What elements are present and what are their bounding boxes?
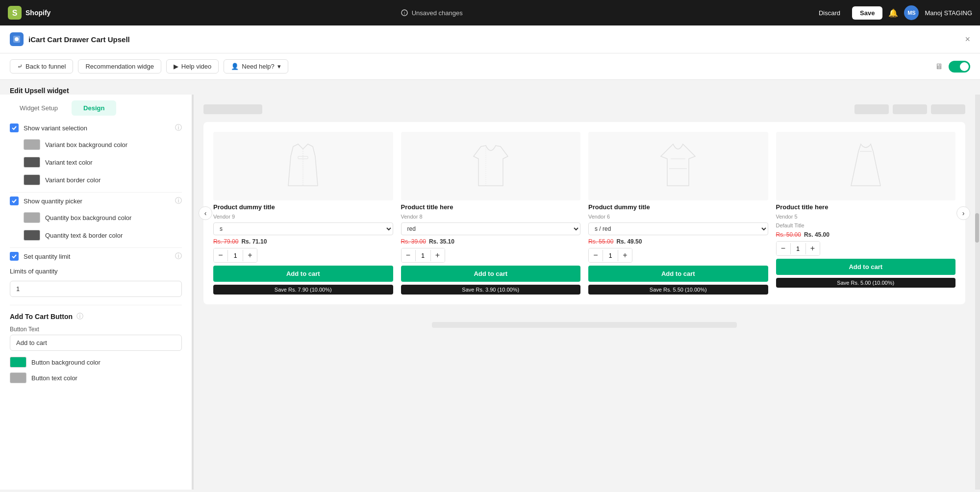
preview-pill-2 bbox=[893, 104, 927, 114]
product-image bbox=[213, 132, 393, 200]
brand-name: shopify bbox=[25, 9, 50, 17]
btn-bg-color-swatch[interactable] bbox=[10, 357, 26, 368]
variant-border-color-swatch[interactable] bbox=[24, 174, 40, 185]
qty-decrease-button[interactable]: − bbox=[214, 248, 227, 262]
product-title: Product dummy title bbox=[588, 203, 768, 211]
modal-header-left: iCart Cart Drawer Cart Upsell bbox=[10, 32, 130, 46]
show-variant-info-icon[interactable]: ⓘ bbox=[175, 123, 182, 132]
qty-decrease-button[interactable]: − bbox=[402, 248, 415, 262]
variant-box-bg-label: Variant box background color bbox=[45, 141, 182, 148]
preview-pill-3 bbox=[931, 104, 965, 114]
qty-box-bg-swatch[interactable] bbox=[24, 212, 40, 223]
qty-increase-button[interactable]: + bbox=[431, 248, 445, 262]
add-to-cart-button[interactable]: Add to cart bbox=[213, 266, 393, 282]
qty-text-border-swatch[interactable] bbox=[24, 230, 40, 241]
preview-scroll-indicator bbox=[432, 322, 737, 328]
limits-input[interactable] bbox=[10, 281, 182, 297]
add-to-cart-button[interactable]: Add to cart bbox=[588, 266, 768, 282]
right-panel: ‹ › Product dummy title Vendor 9 s Rs. 7… bbox=[194, 95, 975, 490]
product-price: Rs. 50.00 Rs. 45.00 bbox=[776, 231, 956, 238]
modal-title: iCart Cart Drawer Cart Upsell bbox=[28, 35, 130, 44]
price-original: Rs. 39.00 bbox=[401, 238, 426, 245]
btn-text-color-swatch[interactable] bbox=[10, 372, 26, 383]
tab-widget-setup[interactable]: Widget Setup bbox=[8, 100, 70, 116]
qty-increase-button[interactable]: + bbox=[806, 242, 820, 255]
preview-header-right bbox=[854, 104, 965, 114]
svg-text:S: S bbox=[12, 9, 18, 17]
product-title: Product title here bbox=[776, 203, 956, 211]
tab-design[interactable]: Design bbox=[72, 100, 116, 116]
atc-info-icon[interactable]: ⓘ bbox=[76, 312, 83, 321]
modal-close-button[interactable]: × bbox=[965, 34, 970, 45]
recommendation-widget-button[interactable]: Recommendation widge bbox=[78, 59, 161, 74]
show-qty-info-icon[interactable]: ⓘ bbox=[175, 197, 182, 205]
carousel-left-button[interactable]: ‹ bbox=[199, 206, 212, 220]
scrollbar-track bbox=[975, 95, 980, 490]
set-qty-limit-info-icon[interactable]: ⓘ bbox=[175, 252, 182, 261]
qty-value: 1 bbox=[227, 250, 243, 261]
product-card: Product dummy title Vendor 6 s / red Rs.… bbox=[588, 132, 768, 295]
button-text-input[interactable] bbox=[10, 335, 182, 351]
chevron-down-icon: ▾ bbox=[277, 63, 281, 70]
product-title: Product title here bbox=[401, 203, 581, 211]
unsaved-label: Unsaved changes bbox=[412, 9, 463, 17]
qty-increase-button[interactable]: + bbox=[243, 248, 257, 262]
qty-value: 1 bbox=[415, 250, 431, 261]
show-variant-label: Show variant selection bbox=[24, 124, 170, 132]
save-badge: Save Rs. 5.00 (10.00%) bbox=[776, 278, 956, 288]
back-to-funnel-button[interactable]: ⤶ Back to funnel bbox=[10, 59, 73, 74]
qty-value: 1 bbox=[790, 243, 806, 254]
need-help-button[interactable]: 👤 Need help? ▾ bbox=[224, 59, 288, 74]
toolbar: ⤶ Back to funnel Recommendation widge ▶ … bbox=[0, 53, 980, 80]
qty-increase-button[interactable]: + bbox=[618, 248, 632, 262]
product-variant-select[interactable]: s / red bbox=[588, 222, 768, 235]
product-vendor: Vendor 5 bbox=[776, 214, 956, 220]
content-layout: Widget Setup Design Show variant selecti… bbox=[0, 95, 980, 490]
product-variant-select[interactable]: s bbox=[213, 222, 393, 235]
price-discounted: Rs. 49.50 bbox=[616, 238, 642, 245]
limits-label: Limits of quantity bbox=[10, 268, 182, 275]
toolbar-right: 🖥 bbox=[935, 61, 970, 73]
btn-bg-color-row: Button background color bbox=[10, 357, 182, 368]
qty-value: 1 bbox=[603, 250, 618, 261]
svg-text:!: ! bbox=[403, 11, 405, 16]
set-qty-limit-label: Set quantity limit bbox=[24, 253, 170, 260]
price-original: Rs. 79.00 bbox=[213, 238, 238, 245]
btn-text-color-label: Button text color bbox=[31, 374, 182, 382]
bell-icon[interactable]: 🔔 bbox=[888, 8, 898, 18]
back-icon: ⤶ bbox=[17, 63, 23, 70]
person-icon: 👤 bbox=[231, 63, 239, 70]
product-vendor: Vendor 9 bbox=[213, 214, 393, 220]
back-label: Back to funnel bbox=[25, 63, 66, 70]
show-variant-checkbox[interactable] bbox=[10, 123, 19, 132]
add-to-cart-button[interactable]: Add to cart bbox=[776, 259, 956, 275]
set-qty-limit-checkbox[interactable] bbox=[10, 252, 19, 261]
modal-header: iCart Cart Drawer Cart Upsell × bbox=[0, 25, 980, 53]
widget-toggle[interactable] bbox=[949, 61, 970, 73]
svg-point-5 bbox=[15, 37, 19, 41]
variant-text-color-row: Variant text color bbox=[10, 157, 182, 168]
save-button[interactable]: Save bbox=[852, 6, 882, 20]
help-label: Help video bbox=[181, 63, 211, 70]
help-video-button[interactable]: ▶ Help video bbox=[166, 59, 219, 74]
show-qty-checkbox[interactable] bbox=[10, 197, 19, 205]
carousel-right-button[interactable]: › bbox=[956, 206, 970, 220]
product-vendor: Vendor 8 bbox=[401, 214, 581, 220]
variant-box-bg-swatch[interactable] bbox=[24, 139, 40, 150]
variant-text-color-swatch[interactable] bbox=[24, 157, 40, 168]
btn-text-color-row: Button text color bbox=[10, 372, 182, 383]
products-grid: Product dummy title Vendor 9 s Rs. 79.00… bbox=[213, 132, 955, 295]
set-qty-limit-row: Set quantity limit ⓘ bbox=[10, 252, 182, 261]
preview-header bbox=[203, 104, 965, 114]
qty-decrease-button[interactable]: − bbox=[777, 242, 790, 255]
need-help-label: Need help? bbox=[242, 63, 275, 70]
save-badge: Save Rs. 3.90 (10.00%) bbox=[401, 285, 581, 295]
discard-button[interactable]: Discard bbox=[813, 6, 846, 20]
add-to-cart-button[interactable]: Add to cart bbox=[401, 266, 581, 282]
save-badge: Save Rs. 5.50 (10.00%) bbox=[588, 285, 768, 295]
scrollbar-thumb bbox=[975, 213, 979, 243]
qty-decrease-button[interactable]: − bbox=[589, 248, 603, 262]
qty-text-border-row: Quantity text & border color bbox=[10, 230, 182, 241]
product-variant-select[interactable]: red bbox=[401, 222, 581, 235]
show-qty-row: Show quantity picker ⓘ bbox=[10, 197, 182, 205]
